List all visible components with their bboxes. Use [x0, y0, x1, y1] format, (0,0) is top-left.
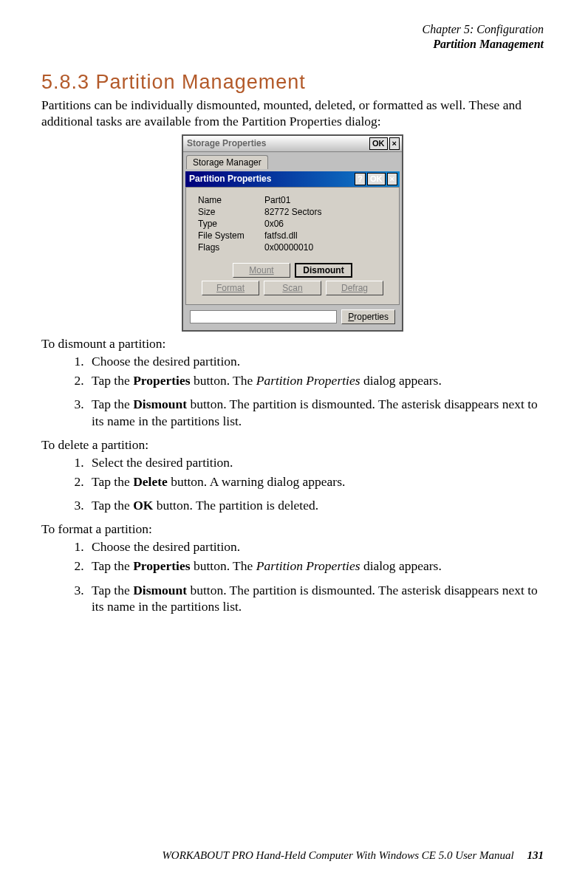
list-item: Tap the OK button. The partition is dele… — [87, 497, 544, 514]
screenshot-figure: Storage Properties OK × Storage Manager … — [41, 134, 544, 332]
inner-close-button[interactable]: × — [387, 173, 397, 185]
lower-strip: PPropertiesroperties — [185, 307, 400, 328]
format-button[interactable]: Format — [202, 281, 259, 295]
dismount-steps: Choose the desired partition. Tap the Pr… — [41, 353, 544, 430]
page-number: 131 — [527, 849, 544, 861]
delete-lead: To delete a partition: — [41, 437, 544, 453]
list-item: Tap the Dismount button. The partition i… — [87, 582, 544, 616]
dismount-lead: To dismount a partition: — [41, 336, 544, 352]
page-footer: WORKABOUT PRO Hand-Held Computer With Wi… — [162, 849, 544, 862]
outer-titlebar: Storage Properties OK × — [183, 136, 402, 152]
properties-button[interactable]: PPropertiesroperties — [341, 309, 395, 324]
partition-properties-titlebar: Partition Properties ? OK × — [185, 171, 400, 187]
tab-storage-manager[interactable]: Storage Manager — [186, 155, 268, 169]
flags-value: 0x00000010 — [264, 242, 392, 253]
size-label: Size — [198, 207, 264, 217]
type-value: 0x06 — [264, 219, 392, 229]
dismount-button[interactable]: Dismount — [295, 263, 352, 278]
fs-label: File System — [198, 230, 264, 241]
list-item: Tap the Delete button. A warning dialog … — [87, 473, 544, 490]
section-heading: 5.8.3 Partition Management — [41, 71, 544, 94]
list-item: Select the desired partition. — [87, 454, 544, 471]
chapter-label: Chapter 5: Configuration — [41, 22, 544, 37]
properties-grid: Name Part01 Size 82772 Sectors Type 0x06… — [194, 195, 392, 253]
outer-title: Storage Properties — [185, 138, 368, 148]
partition-dropdown[interactable] — [190, 310, 337, 323]
scan-button[interactable]: Scan — [264, 281, 321, 295]
flags-label: Flags — [198, 242, 264, 253]
footer-text: WORKABOUT PRO Hand-Held Computer With Wi… — [162, 849, 513, 861]
button-row-1: Mount Dismount — [194, 263, 392, 278]
type-label: Type — [198, 219, 264, 229]
storage-properties-window: Storage Properties OK × Storage Manager … — [182, 134, 403, 332]
list-item: Tap the Properties button. The Partition… — [87, 372, 544, 389]
inner-title: Partition Properties — [188, 174, 353, 184]
list-item: Tap the Properties button. The Partition… — [87, 558, 544, 575]
inner-ok-button[interactable]: OK — [367, 173, 386, 185]
format-lead: To format a partition: — [41, 521, 544, 537]
list-item: Choose the desired partition. — [87, 353, 544, 370]
delete-steps: Select the desired partition. Tap the De… — [41, 454, 544, 514]
outer-ok-button[interactable]: OK — [369, 137, 388, 150]
name-value: Part01 — [264, 195, 392, 205]
format-steps: Choose the desired partition. Tap the Pr… — [41, 538, 544, 615]
name-label: Name — [198, 195, 264, 205]
intro-paragraph: Partitions can be individually dismounte… — [41, 97, 544, 130]
tab-row: Storage Manager — [183, 152, 402, 169]
running-header: Chapter 5: Configuration Partition Manag… — [41, 22, 544, 52]
outer-close-button[interactable]: × — [389, 137, 400, 150]
help-button[interactable]: ? — [355, 173, 366, 185]
fs-value: fatfsd.dll — [264, 230, 392, 241]
mount-button[interactable]: Mount — [233, 263, 290, 278]
list-item: Choose the desired partition. — [87, 538, 544, 555]
list-item: Tap the Dismount button. The partition i… — [87, 396, 544, 430]
defrag-button[interactable]: Defrag — [326, 281, 383, 295]
button-row-2: Format Scan Defrag — [194, 281, 392, 295]
partition-properties-body: Name Part01 Size 82772 Sectors Type 0x06… — [185, 187, 400, 305]
section-label: Partition Management — [41, 37, 544, 52]
size-value: 82772 Sectors — [264, 207, 392, 217]
